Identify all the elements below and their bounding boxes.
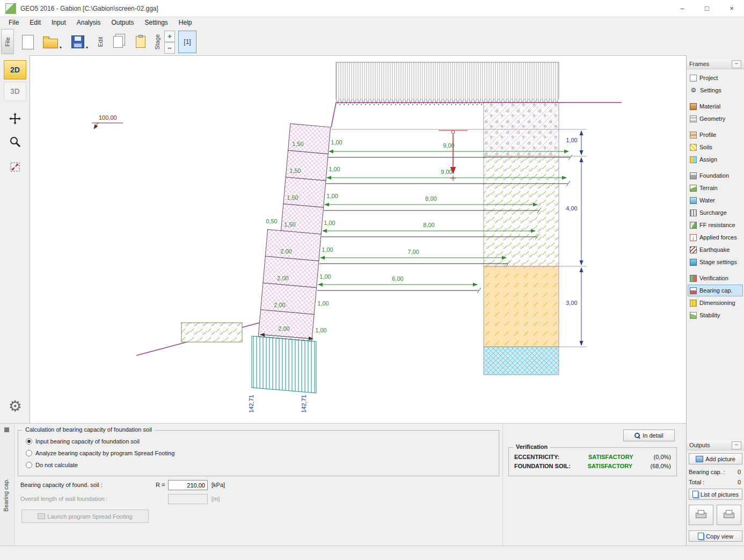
water-icon — [690, 197, 697, 204]
magnifier-detail-icon — [634, 433, 640, 439]
menu-settings[interactable]: Settings — [139, 18, 173, 27]
frame-item-stage-settings[interactable]: Stage settings — [688, 256, 743, 268]
frame-item-verification[interactable]: Verification — [688, 272, 743, 284]
save-file-button[interactable]: ▼ — [68, 31, 92, 53]
frame-item-geometry[interactable]: Geometry — [688, 113, 743, 125]
maximize-button[interactable]: □ — [695, 0, 719, 17]
outputs-header: Outputs – — [687, 440, 744, 450]
foundation-length-label: Overall length of wall foundation : — [20, 496, 108, 502]
view-2d-button[interactable]: 2D — [4, 60, 26, 79]
bearing-cap-count-row: Bearing cap. :0 — [689, 469, 741, 475]
open-folder-icon — [43, 39, 58, 48]
geometry-icon — [690, 115, 697, 122]
frame-item-foundation[interactable]: Foundation — [688, 170, 743, 181]
frame-item-surcharge[interactable]: Surcharge — [688, 207, 743, 219]
frame-item-stability[interactable]: Stability — [688, 309, 743, 321]
frame-item-applied-forces[interactable]: ↓Applied forces — [688, 231, 743, 243]
open-dropdown-icon[interactable]: ▼ — [59, 46, 63, 49]
frame-item-earthquake[interactable]: Earthquake — [688, 244, 743, 256]
drawing-area[interactable]: 100,00 1,50 1,50 1,50 1,50 2,00 2,00 2,0… — [30, 55, 686, 423]
minimize-button[interactable]: – — [670, 0, 695, 17]
list-of-pictures-button[interactable]: List of pictures — [689, 489, 742, 500]
frame-item-assign[interactable]: Assign — [688, 154, 743, 165]
add-picture-button[interactable]: Add picture — [689, 453, 742, 464]
right-panel: Frames – Project ⚙Settings Material Geom… — [686, 55, 744, 546]
zoom-tool-button[interactable] — [4, 132, 26, 151]
soil-profile-column — [484, 103, 559, 375]
frame-item-soils[interactable]: Soils — [688, 141, 743, 153]
radio-do-not-calculate[interactable] — [26, 462, 32, 468]
close-button[interactable]: × — [719, 0, 744, 17]
fit-frame-icon — [9, 161, 21, 173]
save-dropdown-icon[interactable]: ▼ — [85, 46, 89, 49]
add-picture-icon — [696, 456, 703, 462]
print-document-button[interactable] — [689, 505, 713, 525]
radio-row-do-not-calculate: Do not calculate — [26, 462, 78, 468]
frame-item-project[interactable]: Project — [688, 72, 743, 84]
row-height-label: 1,00 — [322, 246, 333, 253]
outputs-minimize-button[interactable]: – — [732, 441, 741, 449]
menu-input[interactable]: Input — [46, 18, 71, 27]
foundation-width-label: 2,00 — [278, 325, 289, 332]
menu-file[interactable]: File — [3, 18, 24, 27]
window-title: GEO5 2016 - Gabion [C:\Gabion\screen-02.… — [20, 5, 158, 12]
statusbar — [0, 546, 744, 560]
drawing-settings-button[interactable]: ⚙ — [4, 396, 26, 416]
stage-settings-icon — [690, 259, 697, 266]
pin-icon — [4, 427, 9, 432]
profile-icon — [690, 132, 697, 139]
frame-item-dimensioning[interactable]: Dimensioning — [688, 297, 743, 309]
frame-item-profile[interactable]: Profile — [688, 129, 743, 141]
stage-add-button[interactable]: + — [164, 31, 175, 42]
layer-depth-label: 1,00 — [566, 137, 577, 143]
move-icon — [9, 112, 21, 125]
menu-outputs[interactable]: Outputs — [106, 18, 139, 27]
radio-input-capacity[interactable] — [26, 438, 32, 445]
radio-analyze-spread-footing[interactable] — [26, 450, 32, 456]
elevation-label: 100,00 — [99, 114, 117, 121]
printer-icon — [723, 510, 735, 520]
file-tab[interactable]: File — [1, 29, 14, 54]
new-file-button[interactable] — [17, 31, 39, 53]
frames-minimize-button[interactable]: – — [732, 60, 741, 68]
eccentricity-row: ECCENTRICITY: SATISFACTORY (0,0%) — [514, 454, 671, 460]
launch-spread-footing-button[interactable]: Launch program Spread Footing — [21, 510, 149, 523]
open-file-button[interactable]: ▼ — [40, 31, 65, 53]
fit-view-button[interactable] — [4, 157, 26, 177]
frame-item-settings[interactable]: ⚙Settings — [688, 84, 743, 96]
material-icon — [690, 103, 697, 110]
pressure-left-label: 142,71 — [248, 395, 254, 413]
elevation-marker — [92, 122, 123, 129]
total-count-row: Total :0 — [689, 479, 741, 485]
in-detail-button[interactable]: In detail — [623, 430, 675, 441]
frame-item-terrain[interactable]: Terrain — [688, 182, 743, 194]
bearing-capacity-input[interactable] — [168, 480, 208, 490]
verification-zone: In detail Verification ECCENTRICITY: SAT… — [502, 424, 687, 546]
ff-resistance-block — [181, 323, 242, 342]
kpa-unit-label: [kPa] — [211, 482, 225, 488]
panel-side-tab[interactable]: Bearing cap. — [0, 424, 14, 546]
menu-analysis[interactable]: Analysis — [71, 18, 106, 27]
stage-1-button[interactable]: [1] — [178, 31, 196, 53]
copy-data-button[interactable] — [107, 31, 129, 53]
foundation-length-input — [168, 494, 208, 504]
menu-edit[interactable]: Edit — [24, 18, 46, 27]
anchor-length-label: 9,00 — [443, 142, 454, 149]
pan-tool-button[interactable] — [4, 109, 26, 128]
copy-picture-button[interactable] — [130, 31, 151, 53]
terrain-icon — [690, 185, 697, 192]
frame-item-water[interactable]: Water — [688, 194, 743, 206]
dimensioning-icon — [690, 300, 697, 307]
menu-help[interactable]: Help — [173, 18, 198, 27]
frame-item-material[interactable]: Material — [688, 100, 743, 112]
copy-view-button[interactable]: Copy view — [689, 530, 742, 542]
frame-item-ff-resistance[interactable]: FF resistance — [688, 219, 743, 231]
new-file-icon — [22, 35, 34, 49]
stage-group-label: Stage — [152, 29, 162, 54]
print-picture-button[interactable] — [717, 505, 741, 525]
view-3d-button[interactable]: 3D — [4, 82, 26, 101]
stage-remove-button[interactable]: − — [164, 42, 175, 54]
soils-icon — [690, 144, 697, 151]
magnifier-icon — [9, 135, 21, 148]
frame-item-bearing-cap[interactable]: Bearing cap. — [688, 285, 743, 296]
